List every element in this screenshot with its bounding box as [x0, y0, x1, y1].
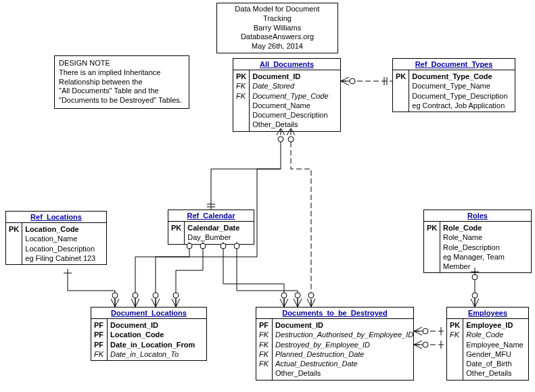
attr-cell: Location_Code [25, 224, 95, 234]
key-cell: FK [259, 340, 269, 349]
attr-cell: eg Manager, Team Member [443, 252, 527, 272]
entity-key-column: PK [424, 222, 440, 272]
entity-title: All_Documents [233, 59, 340, 70]
svg-point-12 [173, 293, 179, 298]
attr-cell: Location_Code [110, 330, 195, 339]
entity-key-column: PK [6, 223, 22, 264]
key-cell: FK [259, 359, 269, 368]
key-cell: FK [450, 330, 460, 339]
key-cell [9, 253, 19, 263]
entity-title: Employees [447, 308, 528, 319]
key-cell: PK [427, 223, 437, 232]
svg-point-7 [308, 293, 314, 298]
entity-attr-column: Document_IDDestruction_Authorised_by_Emp… [273, 319, 417, 380]
entity-title: Ref_Document_Types [393, 59, 515, 70]
key-cell: PK [9, 224, 19, 234]
attr-cell: Date_Stored [252, 81, 328, 91]
svg-point-22 [423, 328, 428, 334]
entity-body: PK Document_Type_CodeDocument_Type_NameD… [393, 70, 515, 112]
entity-attr-column: Document_Type_CodeDocument_Type_NameDocu… [409, 70, 511, 112]
key-cell: FK [259, 330, 269, 339]
attr-cell: Document_Type_Description [412, 91, 507, 101]
entity-body: PK Location_CodeLocation_NameLocation_De… [6, 223, 106, 264]
key-cell [396, 91, 406, 101]
attr-cell: Document_Type_Name [412, 81, 507, 91]
design-note-line-1: There is an implied Inheritance [59, 68, 185, 78]
key-cell [9, 234, 19, 243]
entity-title: Ref_Locations [6, 212, 106, 223]
attr-cell: Employee_ID [466, 320, 523, 330]
entity-employees: Employees PKFK Employee_IDRole_CodeEmplo… [446, 307, 529, 381]
entity-attr-column: Location_CodeLocation_NameLocation_Descr… [22, 223, 99, 264]
attr-cell: Location_Name [25, 234, 95, 243]
key-cell [450, 349, 460, 359]
attr-cell: Location_Description [25, 244, 95, 253]
entity-roles: Roles PK Role_CodeRole_NameRole_Descript… [423, 210, 532, 273]
attr-cell: eg Filing Cabinet 123 [25, 253, 95, 263]
attr-cell: Destruction_Authorised_by_Employee_ID [275, 330, 413, 339]
key-cell: PF [94, 320, 104, 330]
title-line-1: Data Model for Document Tracking [223, 5, 332, 24]
title-line-3: DatabaseAnswers.org [223, 32, 332, 42]
key-cell [450, 368, 460, 378]
title-line-4: May 26th, 2014 [223, 42, 332, 51]
entity-body: PFPFPFFKDocument_IDLocation_CodeDate_in_… [91, 319, 206, 360]
entity-body: PFFKFKFKFK Document_IDDestruction_Author… [256, 319, 413, 380]
attr-cell: Date_in_Location_From [110, 340, 195, 349]
attr-cell: Document_Name [252, 101, 328, 110]
entity-key-column: PKFK [447, 319, 463, 380]
key-cell: PF [259, 320, 269, 330]
svg-point-4 [288, 137, 294, 142]
entity-title: Ref_Calendar [168, 210, 254, 222]
entity-key-column: PK [168, 222, 185, 244]
svg-point-3 [278, 137, 283, 142]
attr-cell: Role_Name [443, 232, 527, 242]
entity-attr-column: Calendar_DateDay_Bumber [185, 222, 243, 244]
attr-cell: Document_ID [252, 72, 328, 81]
entity-key-column: PFFKFKFKFK [256, 319, 273, 380]
attr-cell: Destroyed_by_Employee_ID [275, 340, 413, 349]
attr-cell: Actual_Destruction_Date [275, 359, 413, 368]
entity-ref-locations: Ref_Locations PK Location_CodeLocation_N… [5, 211, 107, 265]
attr-cell: Document_ID [275, 320, 413, 330]
attr-cell: Document_Description [252, 110, 328, 120]
key-cell [259, 368, 269, 378]
key-cell: PK [450, 320, 460, 330]
key-cell [236, 110, 246, 120]
key-cell: PK [396, 72, 406, 81]
entity-attr-column: Document_IDLocation_CodeDate_in_Location… [108, 319, 199, 360]
entity-body: PKFK Employee_IDRole_CodeEmployee_NameGe… [447, 319, 528, 380]
attr-cell: Gender_MFU [466, 349, 523, 359]
design-note-box: DESIGN NOTE There is an implied Inherita… [54, 55, 189, 109]
attr-cell: Day_Bumber [187, 232, 239, 242]
entity-ref-document-types: Ref_Document_Types PK Document_Type_Code… [392, 58, 515, 112]
key-cell [171, 232, 181, 242]
attr-cell: Role_Description [443, 243, 527, 252]
svg-point-24 [423, 342, 428, 347]
key-cell: FK [236, 91, 246, 101]
entity-body: PK Role_CodeRole_NameRole_Descriptioneg … [424, 222, 531, 272]
attr-cell: Employee_Name [466, 340, 523, 349]
key-cell [427, 243, 437, 252]
attr-cell: Other_Details [466, 368, 523, 378]
entity-body: PKFKFK Document_IDDate_StoredDocument_Ty… [233, 70, 340, 131]
key-cell [236, 120, 246, 129]
svg-point-0 [350, 78, 355, 84]
attr-cell: Planned_Destruction_Date [275, 349, 413, 359]
attr-cell: Other_Details [275, 368, 413, 378]
key-cell [450, 359, 460, 368]
attr-cell: eg Contract, Job Application [412, 101, 507, 110]
entity-title: Document_Locations [91, 308, 206, 319]
key-cell: FK [236, 81, 246, 91]
svg-point-16 [295, 293, 300, 298]
svg-point-21 [472, 293, 478, 298]
key-cell [427, 252, 437, 262]
attr-cell: Document_Type_Code [412, 72, 507, 81]
attr-cell: Document_ID [110, 320, 195, 330]
design-note-heading: DESIGN NOTE [59, 59, 185, 68]
key-cell: FK [94, 349, 104, 359]
design-note-line-4: "Documents to be Destroyed" Tables. [59, 96, 185, 105]
key-cell [427, 232, 437, 242]
entity-document-locations: Document_Locations PFPFPFFKDocument_IDLo… [91, 307, 207, 361]
design-note-line-3: "All Documents" Table and the [59, 87, 185, 96]
